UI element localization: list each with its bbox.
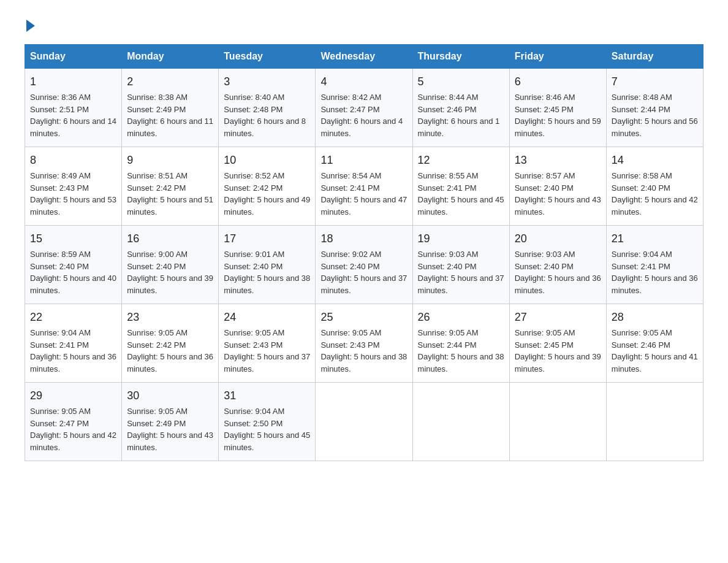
sunrise-text: Sunrise: 8:46 AM	[515, 93, 575, 102]
calendar-cell: 22Sunrise: 9:04 AMSunset: 2:41 PMDayligh…	[25, 304, 122, 383]
day-number: 9	[127, 152, 213, 169]
sunrise-text: Sunrise: 8:48 AM	[612, 93, 672, 102]
daylight-text: Daylight: 5 hours and 38 minutes.	[224, 274, 310, 295]
daylight-text: Daylight: 5 hours and 39 minutes.	[515, 352, 601, 373]
daylight-text: Daylight: 5 hours and 41 minutes.	[612, 352, 698, 373]
day-number: 8	[30, 152, 116, 169]
day-number: 1	[30, 74, 116, 90]
day-number: 3	[224, 74, 310, 90]
calendar-cell: 26Sunrise: 9:05 AMSunset: 2:44 PMDayligh…	[412, 304, 509, 383]
sunset-text: Sunset: 2:49 PM	[127, 419, 186, 428]
day-number: 2	[127, 74, 213, 90]
calendar-cell: 15Sunrise: 8:59 AMSunset: 2:40 PMDayligh…	[25, 226, 122, 304]
sunset-text: Sunset: 2:41 PM	[30, 340, 89, 350]
sunset-text: Sunset: 2:43 PM	[224, 340, 282, 350]
daylight-text: Daylight: 5 hours and 38 minutes.	[418, 352, 504, 373]
calendar-cell: 17Sunrise: 9:01 AMSunset: 2:40 PMDayligh…	[219, 226, 316, 304]
daylight-text: Daylight: 5 hours and 45 minutes.	[224, 431, 310, 452]
calendar-cell: 6Sunrise: 8:46 AMSunset: 2:45 PMDaylight…	[509, 69, 606, 147]
calendar-week-row: 1Sunrise: 8:36 AMSunset: 2:51 PMDaylight…	[25, 69, 703, 147]
calendar-cell: 1Sunrise: 8:36 AMSunset: 2:51 PMDaylight…	[25, 69, 122, 147]
sunset-text: Sunset: 2:40 PM	[418, 262, 477, 271]
calendar-week-row: 8Sunrise: 8:49 AMSunset: 2:43 PMDaylight…	[25, 147, 703, 226]
calendar-cell: 27Sunrise: 9:05 AMSunset: 2:45 PMDayligh…	[509, 304, 606, 383]
sunset-text: Sunset: 2:43 PM	[320, 340, 379, 350]
day-number: 30	[127, 388, 213, 404]
daylight-text: Daylight: 5 hours and 43 minutes.	[127, 431, 213, 452]
sunset-text: Sunset: 2:51 PM	[30, 105, 89, 114]
day-number: 6	[515, 74, 601, 90]
day-number: 14	[612, 152, 698, 169]
sunset-text: Sunset: 2:48 PM	[224, 105, 282, 114]
daylight-text: Daylight: 5 hours and 53 minutes.	[30, 195, 116, 216]
weekday-header-friday: Friday	[509, 45, 606, 69]
sunset-text: Sunset: 2:42 PM	[224, 183, 282, 193]
sunrise-text: Sunrise: 9:05 AM	[612, 328, 672, 337]
daylight-text: Daylight: 5 hours and 37 minutes.	[418, 274, 504, 295]
calendar-cell: 7Sunrise: 8:48 AMSunset: 2:44 PMDaylight…	[606, 69, 703, 147]
calendar-cell: 28Sunrise: 9:05 AMSunset: 2:46 PMDayligh…	[606, 304, 703, 383]
daylight-text: Daylight: 5 hours and 37 minutes.	[224, 352, 310, 373]
calendar-cell: 12Sunrise: 8:55 AMSunset: 2:41 PMDayligh…	[412, 147, 509, 226]
sunrise-text: Sunrise: 9:05 AM	[418, 328, 479, 337]
daylight-text: Daylight: 5 hours and 49 minutes.	[224, 195, 310, 216]
calendar-cell: 4Sunrise: 8:42 AMSunset: 2:47 PMDaylight…	[316, 69, 412, 147]
sunset-text: Sunset: 2:40 PM	[320, 262, 379, 271]
sunset-text: Sunset: 2:46 PM	[418, 105, 477, 114]
logo-triangle-icon	[26, 20, 35, 32]
daylight-text: Daylight: 5 hours and 56 minutes.	[612, 117, 698, 138]
calendar-week-row: 15Sunrise: 8:59 AMSunset: 2:40 PMDayligh…	[25, 226, 703, 304]
sunrise-text: Sunrise: 9:05 AM	[127, 328, 188, 337]
sunrise-text: Sunrise: 8:58 AM	[612, 171, 672, 180]
sunrise-text: Sunrise: 9:04 AM	[612, 250, 672, 259]
sunrise-text: Sunrise: 8:51 AM	[127, 171, 188, 180]
daylight-text: Daylight: 5 hours and 42 minutes.	[612, 195, 698, 216]
daylight-text: Daylight: 5 hours and 38 minutes.	[320, 352, 407, 373]
calendar-cell: 25Sunrise: 9:05 AMSunset: 2:43 PMDayligh…	[316, 304, 412, 383]
sunset-text: Sunset: 2:40 PM	[224, 262, 282, 271]
daylight-text: Daylight: 6 hours and 1 minute.	[418, 117, 500, 138]
sunset-text: Sunset: 2:46 PM	[612, 340, 670, 350]
day-number: 27	[515, 309, 601, 326]
sunset-text: Sunset: 2:49 PM	[127, 105, 186, 114]
calendar-cell	[316, 383, 412, 461]
daylight-text: Daylight: 6 hours and 11 minutes.	[127, 117, 213, 138]
sunset-text: Sunset: 2:45 PM	[515, 340, 574, 350]
calendar-cell: 21Sunrise: 9:04 AMSunset: 2:41 PMDayligh…	[606, 226, 703, 304]
calendar-cell: 11Sunrise: 8:54 AMSunset: 2:41 PMDayligh…	[316, 147, 412, 226]
day-number: 22	[30, 309, 116, 326]
day-number: 13	[515, 152, 601, 169]
calendar-cell: 14Sunrise: 8:58 AMSunset: 2:40 PMDayligh…	[606, 147, 703, 226]
weekday-header-wednesday: Wednesday	[316, 45, 412, 69]
daylight-text: Daylight: 6 hours and 4 minutes.	[320, 117, 403, 138]
sunrise-text: Sunrise: 8:42 AM	[320, 93, 381, 102]
sunrise-text: Sunrise: 8:54 AM	[320, 171, 381, 180]
calendar-cell: 3Sunrise: 8:40 AMSunset: 2:48 PMDaylight…	[219, 69, 316, 147]
day-number: 18	[320, 231, 407, 247]
logo	[25, 18, 35, 32]
daylight-text: Daylight: 5 hours and 37 minutes.	[320, 274, 407, 295]
sunrise-text: Sunrise: 9:01 AM	[224, 250, 284, 259]
sunrise-text: Sunrise: 9:03 AM	[515, 250, 575, 259]
sunset-text: Sunset: 2:47 PM	[30, 419, 89, 428]
sunset-text: Sunset: 2:43 PM	[30, 183, 89, 193]
day-number: 19	[418, 231, 504, 247]
daylight-text: Daylight: 5 hours and 36 minutes.	[30, 352, 116, 373]
sunrise-text: Sunrise: 8:36 AM	[30, 93, 91, 102]
day-number: 25	[320, 309, 407, 326]
day-number: 15	[30, 231, 116, 247]
sunrise-text: Sunrise: 8:44 AM	[418, 93, 479, 102]
daylight-text: Daylight: 5 hours and 59 minutes.	[515, 117, 601, 138]
sunrise-text: Sunrise: 8:59 AM	[30, 250, 91, 259]
calendar-cell	[412, 383, 509, 461]
day-number: 21	[612, 231, 698, 247]
weekday-header-saturday: Saturday	[606, 45, 703, 69]
sunrise-text: Sunrise: 8:40 AM	[224, 93, 284, 102]
sunset-text: Sunset: 2:41 PM	[320, 183, 379, 193]
sunrise-text: Sunrise: 8:52 AM	[224, 171, 284, 180]
sunset-text: Sunset: 2:41 PM	[418, 183, 477, 193]
page-header	[25, 18, 703, 32]
weekday-header-tuesday: Tuesday	[219, 45, 316, 69]
calendar-week-row: 29Sunrise: 9:05 AMSunset: 2:47 PMDayligh…	[25, 383, 703, 461]
day-number: 26	[418, 309, 504, 326]
